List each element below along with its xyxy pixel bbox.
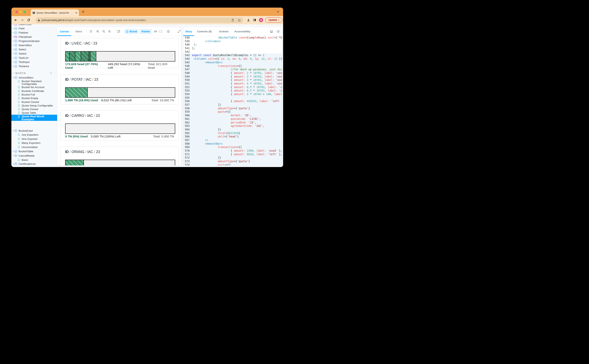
close-panel-icon[interactable]: [277, 30, 280, 33]
bookmark-icon: [18, 133, 20, 136]
line-number: 570: [183, 149, 192, 153]
caret-right-icon[interactable]: [12, 53, 14, 55]
sidebar-item-tasklist[interactable]: TaskList: [11, 56, 59, 60]
sidebar-item-progressindicator[interactable]: ProgressIndicator: [11, 39, 59, 43]
amountbars-card-id-livec-iac-23: ID / LIVEC / IAC / 23172,628 head (27.76…: [60, 38, 179, 68]
caret-right-icon[interactable]: [12, 28, 14, 29]
sidebar-story-any-exporters[interactable]: Any Exporters: [11, 133, 59, 137]
accessibility-icon[interactable]: [167, 30, 170, 33]
caret-down-icon: [12, 130, 14, 131]
forward-icon[interactable]: [20, 18, 24, 22]
sidebar-item-fieldset[interactable]: Fieldset: [11, 31, 59, 35]
caret-right-icon[interactable]: [12, 163, 14, 165]
caret-right-icon[interactable]: [12, 61, 14, 63]
fullscreen-icon[interactable]: [178, 30, 181, 33]
sidebar-item-textarea[interactable]: Textarea: [11, 64, 59, 68]
left-stat: 5,000 TN (100%) Left: [91, 135, 121, 138]
sidebar-item-amountbars[interactable]: AmountBars: [11, 76, 59, 80]
sidebar-story-basic[interactable]: Basic: [11, 158, 59, 162]
back-icon[interactable]: [14, 18, 17, 22]
reset-zoom-icon[interactable]: [108, 30, 111, 33]
line-number: 556: [183, 99, 192, 103]
sidebar-item-datepicker[interactable]: DatePicker: [11, 24, 59, 26]
outline-icon[interactable]: [159, 30, 162, 33]
line-number: 538: [183, 36, 192, 39]
sidebar-item-textinput[interactable]: TextInput: [11, 60, 59, 64]
sidebar-item-select[interactable]: Select: [11, 47, 59, 52]
sidebar-section-header-quota[interactable]: QUOTA: [11, 71, 59, 76]
close-tab-icon[interactable]: [75, 12, 77, 14]
side-panel-icon[interactable]: [253, 19, 256, 21]
browser-tab[interactable]: Quota / AmountBars - Quota Re: [31, 9, 79, 16]
refresh-icon[interactable]: [89, 30, 92, 33]
code-line-555: 555: [183, 96, 282, 100]
menu-kebab-icon[interactable]: [278, 19, 279, 21]
bookmark-star-icon[interactable]: [238, 19, 241, 22]
story-label: Bucket Empty: [22, 97, 38, 100]
new-tab-button[interactable]: [82, 10, 84, 13]
minimize-window-button[interactable]: [19, 11, 22, 13]
sidebar-story-quota-table[interactable]: Quota Table: [11, 111, 59, 115]
expand-all-icon[interactable]: [50, 72, 52, 74]
remaining-segment: [65, 124, 175, 133]
backgrounds-icon[interactable]: [117, 30, 120, 33]
code-line-559: 559 quota={{: [183, 110, 282, 114]
sidebar-story-bucket-standard-configurable[interactable]: Bucket StandardConfigurable: [11, 79, 59, 86]
sidebar-item-buckettable[interactable]: BucketTable: [11, 149, 59, 153]
story-source-code[interactable]: 538 <BucketTable rows={sampleRows} unit=…: [183, 36, 282, 166]
sidebar-story-uncommitted[interactable]: Uncommitted: [11, 145, 59, 149]
caret-right-icon[interactable]: [12, 150, 14, 152]
share-icon[interactable]: [231, 19, 234, 22]
ruler-icon[interactable]: [154, 30, 157, 33]
update-button[interactable]: Update: [265, 17, 283, 23]
downloads-icon[interactable]: [247, 19, 250, 22]
caret-right-icon[interactable]: [12, 24, 14, 25]
tab-canvas[interactable]: Canvas: [57, 27, 71, 36]
caret-down-icon[interactable]: [12, 130, 14, 131]
bookmark-icon: [18, 86, 20, 89]
sidebar-item-fileupload[interactable]: FileUpload: [11, 35, 59, 39]
used-stat: 172,628 head (27.76%) Used: [65, 62, 105, 70]
sidebar-story-one-exporter[interactable]: One Exporter: [11, 137, 59, 141]
caret-right-icon[interactable]: [12, 49, 14, 50]
line-number: 564: [183, 128, 192, 131]
sidebar-story-many-exporters[interactable]: Many Exporters: [11, 141, 59, 145]
reload-icon[interactable]: [27, 18, 30, 22]
caret-right-icon[interactable]: [12, 36, 14, 38]
sidebar-item-certificateicon[interactable]: CertificateIcon: [11, 162, 59, 166]
zoom-out-icon[interactable]: [102, 30, 105, 33]
sidebar-item-searchbox[interactable]: SearchBox: [11, 43, 59, 47]
url-bar[interactable]: joshuacrowley.github.io/agds-next/?path=…: [35, 17, 243, 23]
sidebar-item-label: Textarea: [19, 65, 29, 68]
addon-tab-actions[interactable]: Actions: [218, 27, 230, 36]
close-window-button[interactable]: [15, 11, 18, 13]
caret-down-icon[interactable]: [12, 77, 14, 78]
caret-down-icon[interactable]: [12, 155, 14, 156]
panel-position-icon[interactable]: [270, 30, 273, 33]
code-line-541: 541};: [183, 46, 282, 50]
addon-tab-controls[interactable]: Controls (9): [196, 27, 213, 36]
tab-list-chevron-icon[interactable]: [277, 10, 279, 13]
caret-right-icon[interactable]: [12, 65, 14, 67]
sidebar-item-field[interactable]: Field: [11, 26, 59, 31]
sidebar-item-switch[interactable]: Switch: [11, 52, 59, 56]
addon-tab-accessibility[interactable]: Accessibility: [233, 27, 252, 36]
line-number: 551: [183, 82, 192, 85]
brand-theme-button[interactable]: Brand: [124, 29, 138, 34]
caret-right-icon[interactable]: [12, 40, 14, 42]
palette-button[interactable]: Palette: [139, 29, 152, 34]
sidebar-item-bucketcard[interactable]: BucketCard: [11, 129, 59, 133]
code-line-572: 572 ]}: [183, 156, 282, 160]
total-stat: Total: 621,920 head: [148, 62, 174, 70]
profile-avatar[interactable]: N: [259, 18, 263, 22]
story-label: Quota Real WorldExamples: [22, 115, 44, 121]
caret-right-icon[interactable]: [12, 44, 14, 46]
zoom-in-icon[interactable]: [96, 30, 99, 33]
addon-tab-story[interactable]: Story: [183, 27, 194, 36]
maximize-window-button[interactable]: [23, 11, 26, 13]
sidebar-story-quota-real-world-examples[interactable]: Quota Real WorldExamples: [11, 115, 59, 121]
tab-docs[interactable]: Docs: [73, 27, 84, 36]
caret-right-icon[interactable]: [12, 57, 14, 59]
caret-right-icon[interactable]: [12, 32, 14, 33]
sidebar-item-cancelmodal[interactable]: CancelModal: [11, 154, 59, 158]
